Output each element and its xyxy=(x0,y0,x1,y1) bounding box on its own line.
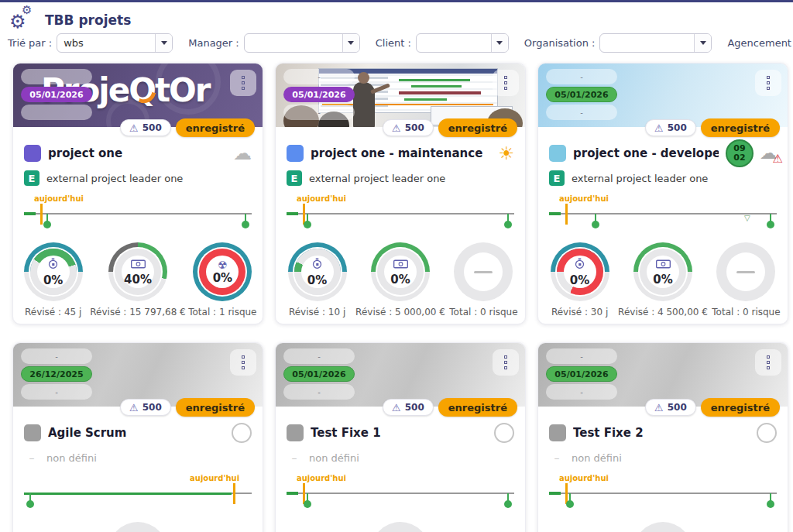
timeline-start-segment xyxy=(287,492,298,495)
gauge-row xyxy=(279,522,522,532)
header-pill: - xyxy=(546,105,617,120)
gauge-rings: ☢0% xyxy=(193,242,252,301)
project-card-grid: ProjeQtOr05/01/2026⚠500enregistréproject… xyxy=(0,53,793,532)
gauge-percent: 40% xyxy=(124,273,152,287)
gauge: 0%Révisé : 30 j xyxy=(541,242,618,317)
sort-select[interactable]: wbs xyxy=(57,33,173,53)
saved-status-badge[interactable]: enregistré xyxy=(701,118,780,137)
project-timeline: aujourd'hui xyxy=(24,474,252,513)
project-card[interactable]: -05/01/2026-⚠500enregistréTest Fixe 2–no… xyxy=(537,342,788,532)
project-card[interactable]: -05/01/2026-⚠500enregistréproject one - … xyxy=(275,63,526,324)
project-color-icon xyxy=(549,145,566,162)
chevron-down-icon[interactable] xyxy=(155,34,172,52)
gauge-label: Total : 0 risque xyxy=(712,307,780,317)
project-color-icon xyxy=(549,424,566,441)
project-timeline: aujourd'hui xyxy=(24,194,252,233)
leader-name: external project leader one xyxy=(46,173,183,184)
warning-count: 500 xyxy=(142,402,162,413)
gauge-center: 40% xyxy=(122,256,154,288)
saved-status-badge[interactable]: enregistré xyxy=(701,398,780,417)
header-pill: - xyxy=(546,348,617,364)
timeline-line xyxy=(287,213,514,215)
gauge-outer-ring xyxy=(371,522,430,532)
header-pills: 05/01/2026 xyxy=(21,69,92,120)
leader-avatar: E xyxy=(24,170,39,186)
gauge: 0%Révisé : 4 500,00 € xyxy=(618,242,708,317)
saved-status-badge[interactable]: enregistré xyxy=(176,398,255,417)
gauge-rings: 0% xyxy=(371,242,430,301)
today-marker xyxy=(40,204,43,225)
gauge-row: 0%Révisé : 10 j0%Révisé : 5 000,00 €Tota… xyxy=(279,242,522,317)
organisation-select[interactable] xyxy=(599,33,712,53)
chevron-down-icon[interactable] xyxy=(342,34,359,52)
title-extras: ☁ xyxy=(233,144,252,163)
gauge-label: Révisé : 45 j xyxy=(25,307,81,317)
menu-dot xyxy=(242,361,245,364)
project-title-row: Test Fixe 2 xyxy=(549,424,777,442)
project-card[interactable]: ProjeQtOr05/01/2026⚠500enregistréproject… xyxy=(12,63,263,324)
gauge-rings: 0% xyxy=(288,242,347,301)
card-menu-button[interactable] xyxy=(493,349,519,376)
gauge: Total : 0 risque xyxy=(445,242,522,317)
leader-name: external project leader one xyxy=(309,173,445,184)
today-label: aujourd'hui xyxy=(559,194,609,203)
card-badges: ⚠500enregistré xyxy=(383,398,517,417)
milestone-dot xyxy=(504,221,512,228)
project-card[interactable]: -05/01/2026-⚠500enregistréTest Fixe 1–no… xyxy=(275,342,526,532)
project-title-row: Agile Scrum xyxy=(24,424,252,442)
saved-status-badge[interactable]: enregistré xyxy=(176,118,255,137)
card-badges: ⚠500enregistré xyxy=(120,398,255,417)
milestone-dot xyxy=(767,221,774,228)
saved-status-badge[interactable]: enregistré xyxy=(438,398,517,417)
warning-count-badge: ⚠500 xyxy=(645,399,696,416)
gantt-bar xyxy=(411,85,461,88)
gauge-center: 0% xyxy=(647,256,679,288)
chevron-down-icon[interactable] xyxy=(694,34,711,52)
gauge-rings: 40% xyxy=(108,242,167,301)
cloud-warning-icon: ☁⚠ xyxy=(760,145,777,162)
today-label: aujourd'hui xyxy=(297,194,346,203)
card-menu-button[interactable] xyxy=(755,70,781,96)
timeline-line xyxy=(549,493,777,494)
card-menu-button[interactable] xyxy=(493,70,519,96)
timeline-start-segment xyxy=(549,212,561,215)
filter-label: Trié par : xyxy=(8,37,52,49)
gantt-bar xyxy=(404,98,447,101)
gauge-percent: 0% xyxy=(570,273,589,287)
project-card[interactable]: -05/01/2026-⚠500enregistréproject one - … xyxy=(537,63,788,324)
manager-select[interactable] xyxy=(244,33,360,53)
warning-count: 500 xyxy=(668,402,687,413)
warning-count-badge: ⚠500 xyxy=(645,119,696,136)
project-color-icon xyxy=(24,424,41,441)
gauge: 0%Révisé : 45 j xyxy=(16,242,90,317)
header-pill: - xyxy=(283,384,355,400)
date-circle-badge: 0902 xyxy=(726,139,754,167)
chevron-down-icon[interactable] xyxy=(491,34,508,52)
today-label: aujourd'hui xyxy=(190,474,239,482)
status-circle-icon xyxy=(232,423,252,443)
project-date-badge: 05/01/2026 xyxy=(21,87,92,102)
card-badges: ⚠500enregistré xyxy=(645,398,780,417)
gauge-row: 0%Révisé : 45 j40%Révisé : 15 797,68 €☢0… xyxy=(16,242,259,317)
project-leader-row: Eexternal project leader one xyxy=(287,170,514,187)
project-color-icon xyxy=(24,145,41,162)
milestone-dot xyxy=(26,500,34,508)
leader-name: external project leader one xyxy=(572,173,708,184)
timeline-progress xyxy=(24,493,232,495)
filter-agencement: Agencement : xyxy=(727,33,793,53)
card-menu-button[interactable] xyxy=(230,70,256,96)
project-leader-row: –non défini xyxy=(549,449,777,466)
card-menu-button[interactable] xyxy=(755,349,781,376)
project-card[interactable]: -26/12/2025-⚠500enregistréAgile Scrum–no… xyxy=(12,342,263,532)
menu-dot xyxy=(242,355,245,359)
milestone-dot xyxy=(242,221,249,228)
warning-icon: ⚠ xyxy=(392,402,401,414)
card-menu-button[interactable] xyxy=(230,349,256,376)
project-date-badge: 26/12/2025 xyxy=(21,366,92,382)
project-title-row: project one☁ xyxy=(24,144,252,163)
saved-status-badge[interactable]: enregistré xyxy=(438,118,517,137)
milestone-dot xyxy=(504,500,512,508)
gear-icon: ⚙ xyxy=(22,3,32,17)
project-card-header: -26/12/2025- xyxy=(13,343,263,407)
client-select[interactable] xyxy=(416,33,509,53)
